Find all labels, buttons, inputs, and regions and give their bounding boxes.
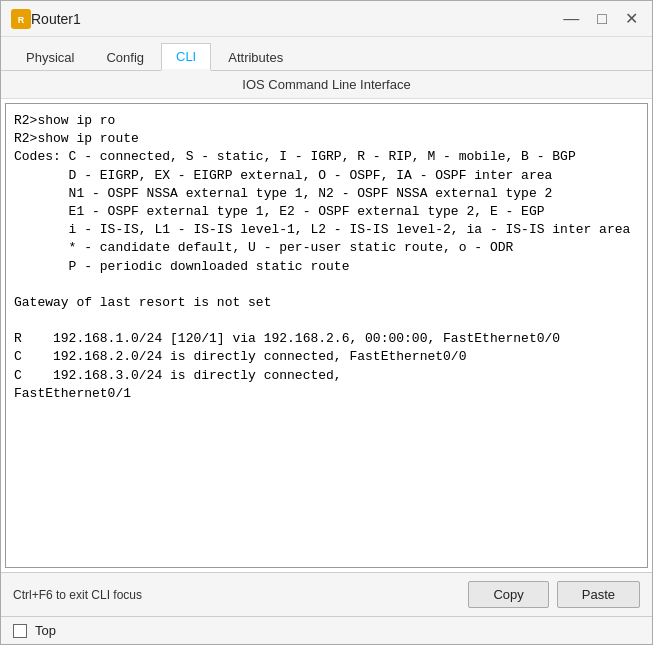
- svg-text:R: R: [18, 15, 25, 25]
- minimize-button[interactable]: —: [559, 11, 583, 27]
- title-bar: R Router1 — □ ✕: [1, 1, 652, 37]
- window-controls: — □ ✕: [559, 11, 642, 27]
- footer-bar: Top: [1, 616, 652, 644]
- bottom-bar: Ctrl+F6 to exit CLI focus Copy Paste: [1, 572, 652, 616]
- main-window: R Router1 — □ ✕ Physical Config CLI Attr…: [0, 0, 653, 645]
- close-button[interactable]: ✕: [621, 11, 642, 27]
- window-title: Router1: [31, 11, 559, 27]
- action-buttons: Copy Paste: [468, 581, 640, 608]
- cli-output[interactable]: R2>show ip ro R2>show ip route Codes: C …: [5, 103, 648, 568]
- shortcut-hint: Ctrl+F6 to exit CLI focus: [13, 588, 142, 602]
- tab-config[interactable]: Config: [91, 44, 159, 70]
- cli-area: R2>show ip ro R2>show ip route Codes: C …: [1, 99, 652, 572]
- tab-cli[interactable]: CLI: [161, 43, 211, 71]
- copy-button[interactable]: Copy: [468, 581, 548, 608]
- section-header: IOS Command Line Interface: [1, 71, 652, 99]
- router-icon: R: [11, 9, 31, 29]
- tab-bar: Physical Config CLI Attributes: [1, 37, 652, 71]
- top-checkbox[interactable]: [13, 624, 27, 638]
- tab-attributes[interactable]: Attributes: [213, 44, 298, 70]
- top-label: Top: [35, 623, 56, 638]
- tab-physical[interactable]: Physical: [11, 44, 89, 70]
- maximize-button[interactable]: □: [593, 11, 611, 27]
- paste-button[interactable]: Paste: [557, 581, 640, 608]
